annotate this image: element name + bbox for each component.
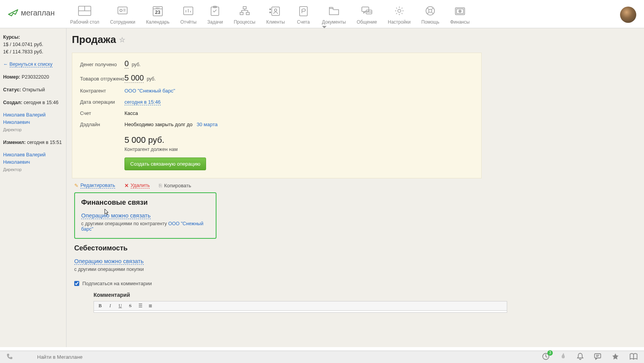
- back-to-list-link[interactable]: Вернуться к списку: [10, 62, 53, 67]
- favorite-star-icon[interactable]: ☆: [119, 36, 125, 44]
- italic-button[interactable]: I: [107, 303, 113, 309]
- nav-employees[interactable]: Сотрудники: [110, 5, 135, 25]
- copy-action[interactable]: ⎘ Копировать: [159, 183, 191, 188]
- changed-value: сегодня в 15:51: [27, 140, 62, 145]
- creator-link[interactable]: Николаев Валерий Николаевич: [3, 112, 46, 125]
- nav-documents[interactable]: Документы: [322, 5, 346, 25]
- financial-links-box: Финансовые связи Операцию можно связать …: [74, 192, 216, 239]
- main-nav: Рабочий стол Сотрудники март23 Календарь…: [70, 5, 612, 25]
- svg-rect-15: [243, 7, 246, 9]
- svg-point-19: [269, 9, 271, 10]
- svg-text:23: 23: [155, 10, 160, 15]
- create-linked-operation-button[interactable]: Создать связанную операцию: [124, 158, 206, 170]
- brand-text: мегаплан: [21, 9, 55, 17]
- settings-icon: [392, 5, 407, 17]
- user-avatar[interactable]: [620, 7, 636, 23]
- brand-logo[interactable]: мегаплан: [8, 9, 55, 17]
- rate-eur: 1€ / 114.7833 руб.: [3, 49, 43, 55]
- nav-settings[interactable]: Настройки: [388, 5, 411, 25]
- left-sidebar: Курсы: 1$ / 104.0741 руб. 1€ / 114.7833 …: [0, 28, 66, 347]
- svg-text:март: март: [156, 7, 160, 9]
- nav-tasks[interactable]: Задачи: [207, 5, 223, 25]
- pencil-icon: ✎: [74, 183, 78, 188]
- nav-clients[interactable]: Клиенты: [266, 5, 285, 25]
- underline-button[interactable]: U: [117, 303, 123, 309]
- svg-point-29: [426, 7, 434, 15]
- ordered-list-button[interactable]: ≣: [147, 303, 153, 309]
- delete-action[interactable]: ✕ Удалить: [124, 182, 150, 188]
- nav-desktop[interactable]: Рабочий стол: [70, 5, 99, 25]
- nav-calendar[interactable]: март23 Календарь: [146, 5, 170, 25]
- rates-title: Курсы:: [3, 34, 20, 40]
- edit-action[interactable]: ✎ Редактировать: [74, 182, 115, 188]
- comment-toolbar: B I U S ☰ ≣: [94, 301, 507, 310]
- creator-role: Директор: [3, 127, 22, 132]
- bullet-list-button[interactable]: ☰: [137, 303, 143, 309]
- copy-icon: ⎘: [159, 183, 162, 188]
- svg-point-21: [274, 9, 277, 11]
- header-expand-caret[interactable]: [322, 26, 327, 28]
- deadline-prefix: Необходимо закрыть долг до: [124, 122, 193, 127]
- actions-row: ✎ Редактировать ✕ Удалить ⎘ Копировать: [66, 178, 644, 192]
- svg-rect-17: [246, 12, 249, 15]
- cost-action-link[interactable]: Операцию можно связать: [74, 258, 144, 265]
- account-label: Счет: [80, 110, 124, 116]
- clients-icon: [268, 5, 283, 17]
- svg-rect-16: [240, 12, 243, 15]
- changer-role: Директор: [3, 167, 22, 172]
- money-received-label: Денег получено: [80, 62, 124, 67]
- account-value: Касса: [124, 110, 138, 116]
- chat-icon: [359, 5, 375, 17]
- svg-point-4: [120, 9, 122, 12]
- finance-icon: [452, 5, 468, 17]
- svg-point-20: [269, 12, 271, 13]
- deadline-date[interactable]: 30 марта: [197, 122, 218, 127]
- nav-processes[interactable]: Процессы: [234, 5, 256, 25]
- created-value: сегодня в 15:46: [24, 100, 58, 105]
- deadline-label: Дэдлайн: [80, 122, 124, 127]
- subscribe-checkbox[interactable]: [74, 281, 79, 286]
- desktop-icon: [77, 5, 92, 17]
- financial-links-sub-text: с другими операциями по контрагенту: [81, 221, 168, 226]
- nav-chat[interactable]: Общение: [357, 5, 377, 25]
- bold-button[interactable]: B: [97, 303, 103, 309]
- cost-title: Себестоимость: [74, 244, 469, 252]
- processes-icon: [237, 5, 252, 17]
- money-received-currency: руб.: [132, 62, 141, 67]
- money-received-value[interactable]: 0: [124, 59, 129, 68]
- nav-finance[interactable]: Финансы: [450, 5, 469, 25]
- financial-links-action[interactable]: Операцию можно связать: [81, 212, 151, 219]
- changer-link[interactable]: Николаев Валерий Николаевич: [3, 152, 46, 165]
- nav-accounts[interactable]: Счета: [296, 5, 311, 25]
- shipped-label: Товаров отгружено: [80, 76, 124, 82]
- page-title: Продажа: [72, 34, 116, 46]
- tasks-icon: [207, 5, 223, 17]
- changed-label: Изменил:: [3, 140, 26, 145]
- employees-icon: [115, 5, 130, 17]
- nav-help[interactable]: Помощь: [421, 5, 439, 25]
- svg-point-25: [367, 12, 368, 12]
- subscribe-label: Подписаться на комментарии: [82, 281, 152, 286]
- created-label: Создал:: [3, 100, 22, 105]
- comment-textarea[interactable]: [94, 310, 507, 313]
- main-content: Продажа ☆ Денег получено 0 руб. Товаров …: [66, 28, 644, 347]
- svg-rect-3: [118, 7, 127, 14]
- reports-icon: [181, 5, 196, 17]
- counterparty-link[interactable]: ООО "Снежный барс": [124, 88, 175, 94]
- svg-point-27: [370, 12, 371, 12]
- op-date-label: Дата операции: [80, 99, 124, 105]
- nav-reports[interactable]: Отчёты: [180, 5, 196, 25]
- operation-card: Денег получено 0 руб. Товаров отгружено …: [72, 53, 482, 178]
- shipped-value[interactable]: 5 000: [124, 74, 144, 83]
- calendar-icon: март23: [150, 5, 165, 17]
- status-label: Статус:: [3, 87, 21, 92]
- svg-point-26: [369, 12, 370, 12]
- svg-rect-23: [362, 7, 369, 12]
- counterparty-label: Контрагент: [80, 88, 124, 94]
- strike-button[interactable]: S: [127, 303, 133, 309]
- op-date-value[interactable]: сегодня в 15:46: [124, 99, 161, 105]
- back-arrow-icon: ←: [3, 62, 8, 67]
- number-value: P230322020: [22, 74, 49, 80]
- documents-icon: [326, 5, 342, 17]
- top-header: мегаплан Рабочий стол Сотрудники март23 …: [0, 0, 644, 28]
